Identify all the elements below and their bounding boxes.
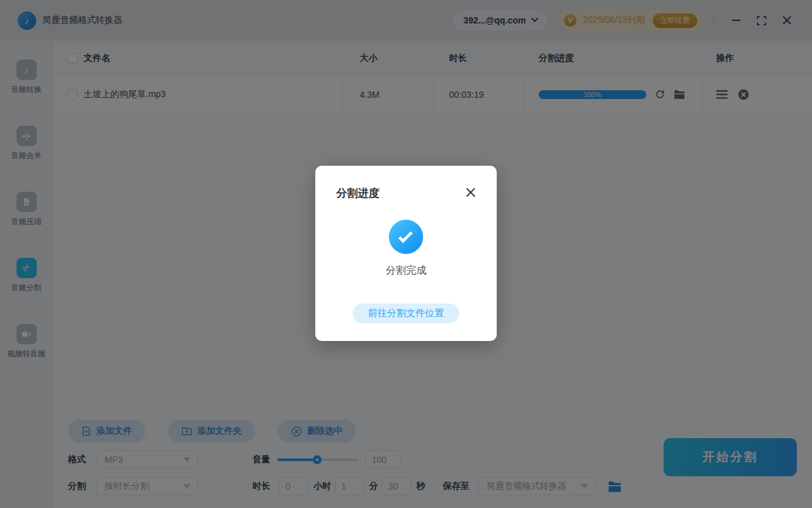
split-progress-dialog: 分割进度 分割完成 前往分割文件位置	[315, 166, 497, 341]
dialog-status-text: 分割完成	[315, 264, 497, 277]
check-mark	[398, 228, 413, 243]
dialog-title: 分割进度	[336, 186, 379, 201]
go-to-split-files-button[interactable]: 前往分割文件位置	[353, 304, 459, 323]
dialog-close-icon[interactable]	[466, 187, 476, 197]
success-check-icon	[389, 220, 423, 254]
